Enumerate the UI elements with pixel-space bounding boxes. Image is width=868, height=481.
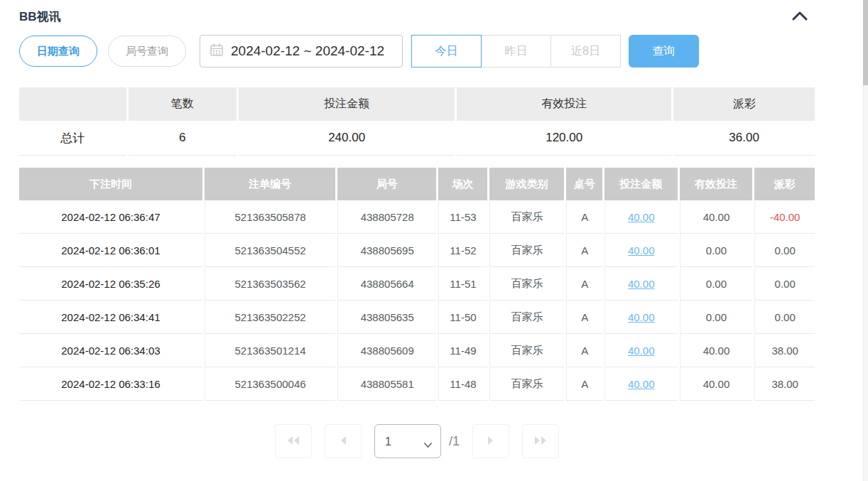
- first-page-button[interactable]: [275, 424, 312, 458]
- summary-col-valid-bet: 有效投注: [457, 87, 671, 121]
- bet-amount-link[interactable]: 40.00: [628, 345, 655, 357]
- page-title: BB视讯: [19, 9, 61, 25]
- session-cell: 11-50: [438, 301, 487, 334]
- payout-cell: 38.00: [754, 367, 815, 401]
- table-no-cell: A: [566, 367, 602, 401]
- summary-total-valid-bet: 120.00: [457, 121, 671, 156]
- bet-amount-cell: 40.00: [604, 267, 678, 301]
- calendar-icon: [210, 43, 224, 60]
- round-no-cell: 438805609: [337, 334, 436, 367]
- vertical-scrollbar-track[interactable]: [863, 0, 868, 481]
- bet-time-cell: 2024-02-12 06:34:03: [19, 334, 202, 367]
- col-valid-bet: 有效投注: [680, 168, 753, 200]
- vertical-scrollbar-thumb[interactable]: [863, 0, 868, 85]
- payout-cell: 0.00: [754, 234, 815, 267]
- page-select-wrap: 1: [374, 424, 441, 458]
- bb-video-panel: BB视讯 日期查询 局号查询 2024-02-12 ~ 2024-02-12: [19, 0, 815, 458]
- valid-bet-cell: 0.00: [680, 267, 753, 301]
- summary-col-bet-amount: 投注金额: [239, 87, 455, 121]
- order-no-cell: 521363505878: [205, 200, 335, 234]
- game-type-cell: 百家乐: [489, 334, 565, 367]
- table-row: 2024-02-12 06:36:47 521363505878 4388057…: [19, 200, 815, 234]
- valid-bet-cell: 40.00: [680, 367, 753, 401]
- panel-header: BB视讯: [19, 0, 815, 26]
- round-no-cell: 438805581: [337, 367, 436, 401]
- table-row: 2024-02-12 06:36:01 521363504552 4388056…: [19, 234, 815, 267]
- session-cell: 11-52: [438, 234, 487, 267]
- bet-time-cell: 2024-02-12 06:36:01: [19, 234, 202, 267]
- order-no-cell: 521363504552: [205, 234, 335, 267]
- arrow-right-icon: [487, 435, 495, 448]
- quick-range-group: 今日 昨日 近8日: [411, 35, 621, 67]
- summary-total-count: 6: [129, 121, 237, 156]
- payout-cell: 38.00: [754, 334, 815, 367]
- summary-col-blank: [19, 87, 126, 121]
- col-bet-amount: 投注金额: [604, 168, 678, 200]
- game-type-cell: 百家乐: [489, 301, 565, 334]
- bet-amount-cell: 40.00: [604, 367, 678, 401]
- last-page-button[interactable]: [522, 424, 559, 458]
- bet-amount-cell: 40.00: [604, 301, 678, 334]
- bet-amount-cell: 40.00: [604, 334, 678, 367]
- table-no-cell: A: [566, 267, 602, 301]
- table-row: 2024-02-12 06:35:26 521363503562 4388056…: [19, 267, 815, 301]
- next-page-button[interactable]: [472, 424, 509, 458]
- table-header-row: 下注时间 注单编号 局号 场次 游戏类别 桌号 投注金额 有效投注 派彩: [19, 168, 815, 200]
- order-no-cell: 521363502252: [205, 301, 335, 334]
- date-query-tab[interactable]: 日期查询: [19, 36, 97, 67]
- total-pages-label: /1: [449, 434, 460, 449]
- game-type-cell: 百家乐: [489, 234, 565, 267]
- payout-cell: 0.00: [754, 267, 815, 301]
- round-no-cell: 438805635: [337, 301, 436, 334]
- order-no-cell: 521363501214: [205, 334, 335, 367]
- summary-total-row: 总计 6 240.00 120.00 36.00: [19, 121, 815, 156]
- col-session: 场次: [438, 168, 487, 200]
- col-game-type: 游戏类别: [489, 168, 565, 200]
- summary-header-row: 笔数 投注金额 有效投注 派彩: [19, 87, 815, 121]
- summary-col-count: 笔数: [129, 87, 237, 121]
- double-arrow-left-icon: [286, 435, 300, 448]
- bet-amount-link[interactable]: 40.00: [628, 211, 655, 223]
- col-payout: 派彩: [754, 168, 815, 200]
- round-no-cell: 438805664: [337, 267, 436, 301]
- collapse-button[interactable]: [791, 10, 809, 24]
- summary-table: 笔数 投注金额 有效投注 派彩 总计 6 240.00 120.00 36.00: [17, 87, 817, 156]
- bet-time-cell: 2024-02-12 06:33:16: [19, 367, 202, 401]
- col-round-no: 局号: [337, 168, 436, 200]
- bet-time-cell: 2024-02-12 06:36:47: [19, 200, 202, 234]
- page-select[interactable]: 1: [375, 425, 440, 458]
- quick-range-today[interactable]: 今日: [411, 35, 482, 67]
- bet-amount-link[interactable]: 40.00: [628, 311, 655, 323]
- payout-cell: 0.00: [754, 301, 815, 334]
- quick-range-last8days[interactable]: 近8日: [550, 35, 621, 67]
- table-row: 2024-02-12 06:34:41 521363502252 4388056…: [19, 301, 815, 334]
- bet-amount-link[interactable]: 40.00: [628, 244, 655, 256]
- prev-page-button[interactable]: [325, 424, 362, 458]
- valid-bet-cell: 0.00: [680, 234, 753, 267]
- search-button[interactable]: 查询: [629, 35, 699, 67]
- summary-total-bet-amount: 240.00: [239, 121, 455, 156]
- double-arrow-right-icon: [533, 435, 548, 448]
- round-query-tab[interactable]: 局号查询: [108, 36, 186, 67]
- col-table-no: 桌号: [566, 168, 602, 200]
- session-cell: 11-49: [438, 334, 487, 367]
- table-row: 2024-02-12 06:33:16 521363500046 4388055…: [19, 367, 815, 401]
- bet-amount-link[interactable]: 40.00: [628, 278, 655, 290]
- bet-time-cell: 2024-02-12 06:34:41: [19, 301, 202, 334]
- bet-amount-link[interactable]: 40.00: [628, 378, 655, 390]
- game-type-cell: 百家乐: [489, 367, 565, 401]
- date-range-picker[interactable]: 2024-02-12 ~ 2024-02-12: [200, 35, 403, 67]
- arrow-left-icon: [339, 435, 347, 448]
- table-no-cell: A: [566, 200, 602, 234]
- game-type-cell: 百家乐: [489, 200, 565, 234]
- bet-amount-cell: 40.00: [604, 234, 678, 267]
- quick-range-yesterday[interactable]: 昨日: [481, 35, 551, 67]
- col-bet-time: 下注时间: [19, 168, 202, 200]
- summary-total-label: 总计: [19, 121, 126, 156]
- summary-total-payout: 36.00: [673, 121, 815, 156]
- table-row: 2024-02-12 06:34:03 521363501214 4388056…: [19, 334, 815, 367]
- session-cell: 11-51: [438, 267, 487, 301]
- order-no-cell: 521363500046: [205, 367, 335, 401]
- round-no-cell: 438805695: [337, 234, 436, 267]
- order-no-cell: 521363503562: [205, 267, 335, 301]
